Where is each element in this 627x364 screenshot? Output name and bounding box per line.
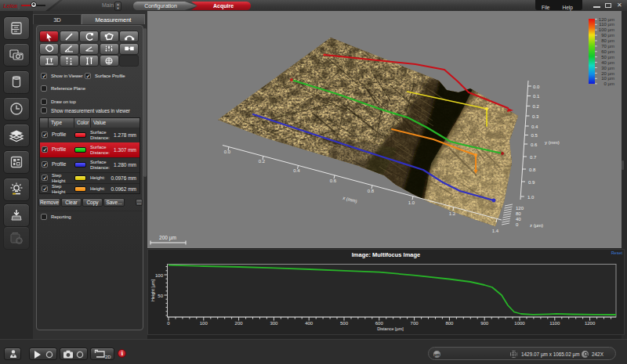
- svg-text:0 µm: 0 µm: [604, 81, 614, 86]
- svg-text:1100: 1100: [549, 321, 560, 326]
- svg-text:100: 100: [200, 321, 208, 326]
- svg-text:700: 700: [411, 321, 419, 326]
- svg-text:0.0: 0.0: [533, 85, 540, 89]
- svg-text:1.0: 1.0: [408, 200, 415, 205]
- svg-text:90 µm: 90 µm: [601, 33, 614, 38]
- svg-text:200 µm: 200 µm: [159, 235, 176, 241]
- svg-text:0.0: 0.0: [224, 150, 231, 154]
- svg-text:1200: 1200: [585, 321, 596, 326]
- svg-text:y (mm): y (mm): [545, 140, 560, 145]
- svg-text:400: 400: [305, 321, 314, 326]
- svg-text:1.4: 1.4: [492, 229, 499, 233]
- svg-text:100: 100: [155, 273, 164, 278]
- svg-text:0.7: 0.7: [530, 155, 537, 160]
- svg-text:20 µm: 20 µm: [601, 71, 614, 76]
- svg-text:1.0: 1.0: [527, 195, 535, 200]
- svg-text:z (µm): z (µm): [530, 223, 543, 228]
- svg-text:0.2: 0.2: [533, 104, 540, 109]
- svg-text:0.6: 0.6: [330, 178, 337, 183]
- svg-text:0: 0: [516, 222, 519, 227]
- svg-text:200: 200: [235, 321, 244, 326]
- svg-text:Distance [µm]: Distance [µm]: [377, 326, 404, 331]
- svg-text:0.1: 0.1: [533, 94, 540, 99]
- svg-text:0.5: 0.5: [531, 133, 538, 138]
- svg-text:800: 800: [445, 321, 454, 326]
- svg-text:40: 40: [516, 217, 521, 222]
- svg-text:0.9: 0.9: [528, 180, 535, 185]
- svg-text:60 µm: 60 µm: [601, 49, 614, 54]
- svg-text:1.2: 1.2: [449, 211, 456, 216]
- svg-text:Height [µm]: Height [µm]: [150, 279, 155, 301]
- svg-text:10 µm: 10 µm: [601, 76, 614, 81]
- svg-text:900: 900: [480, 321, 489, 326]
- svg-text:50 µm: 50 µm: [601, 55, 614, 59]
- svg-text:50: 50: [158, 294, 163, 298]
- svg-text:0.6: 0.6: [531, 142, 538, 147]
- svg-text:Reset: Reset: [611, 250, 623, 255]
- svg-text:110 µm: 110 µm: [599, 22, 614, 27]
- svg-text:600: 600: [375, 321, 384, 326]
- svg-text:0.8: 0.8: [529, 168, 536, 172]
- svg-text:0: 0: [167, 321, 170, 326]
- svg-text:500: 500: [340, 321, 349, 326]
- svg-text:0.3: 0.3: [532, 114, 539, 119]
- svg-text:300: 300: [270, 321, 278, 326]
- svg-text:2D: 2D: [105, 355, 111, 359]
- svg-text:80: 80: [516, 211, 521, 216]
- svg-text:120 µm: 120 µm: [599, 17, 614, 22]
- svg-text:0.4: 0.4: [531, 124, 538, 129]
- svg-text:0.8: 0.8: [368, 189, 375, 193]
- svg-text:x (mm): x (mm): [342, 196, 358, 204]
- svg-text:70 µm: 70 µm: [601, 44, 614, 49]
- svg-text:1000: 1000: [514, 321, 525, 326]
- svg-text:0.2: 0.2: [259, 159, 266, 164]
- svg-text:120: 120: [516, 206, 524, 211]
- svg-text:80 µm: 80 µm: [601, 38, 614, 43]
- svg-text:0.4: 0.4: [293, 168, 300, 173]
- svg-text:100 µm: 100 µm: [599, 27, 614, 32]
- svg-text:30 µm: 30 µm: [601, 66, 614, 70]
- svg-text:40 µm: 40 µm: [601, 60, 614, 65]
